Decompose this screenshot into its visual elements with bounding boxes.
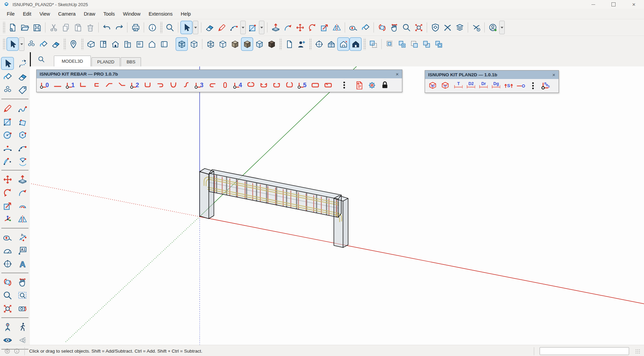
copy-button[interactable] (60, 21, 72, 34)
selection-overlap-button[interactable] (432, 37, 445, 51)
account-button-dropdown[interactable] (499, 21, 505, 34)
palette-zoom-extents-button[interactable] (1, 302, 14, 315)
flip-tool-button[interactable] (330, 21, 343, 34)
rebar-shape-3-button[interactable]: 3 (193, 79, 205, 91)
box-component-button[interactable] (134, 37, 146, 51)
palette-protractor-button[interactable] (1, 244, 14, 257)
palette-move-button[interactable] (1, 173, 14, 186)
palette-rotated-rect-button[interactable] (16, 115, 29, 128)
eraser-tool-button[interactable] (203, 21, 216, 34)
followme-tool-button[interactable] (282, 21, 294, 34)
arc-tool-button-dropdown[interactable] (240, 21, 246, 34)
plan2d-3d-view-button[interactable]: 3D (426, 80, 439, 92)
rebar-shape-stirrup-hook-button[interactable] (321, 79, 334, 91)
print-button[interactable] (129, 21, 142, 34)
menu-extensions[interactable]: Extensions (144, 11, 177, 17)
palette-rotate-button[interactable] (1, 186, 14, 199)
selection-notch-button[interactable] (420, 37, 432, 51)
rebar-shape-stirrup-open-button[interactable] (244, 79, 257, 91)
open-button[interactable] (19, 21, 31, 34)
rebar-shape-2-button[interactable]: 2 (128, 79, 141, 91)
components-button[interactable] (25, 37, 37, 51)
palette-line-button[interactable] (1, 102, 14, 115)
palette-freehand-button[interactable] (16, 102, 29, 115)
undo-button[interactable] (101, 21, 113, 34)
rotate-tool-button[interactable] (306, 21, 318, 34)
rebar-shape-4-button[interactable]: 4 (231, 79, 244, 91)
style-monochrome-button[interactable] (253, 37, 265, 51)
measurements-input[interactable] (540, 347, 629, 355)
palette-followme-button[interactable] (16, 186, 29, 199)
style-hidden-line-button[interactable] (217, 37, 229, 51)
palette-arc-button[interactable] (1, 141, 14, 154)
palette-scale-button[interactable] (1, 199, 14, 212)
solid-house-button[interactable] (349, 37, 362, 51)
layers-extension-button[interactable] (454, 21, 466, 34)
select-tool-button[interactable] (180, 21, 193, 34)
palette-arc2-button[interactable] (16, 141, 29, 154)
shape-tool-button-dropdown[interactable] (259, 21, 264, 34)
palette-components-button[interactable] (1, 83, 14, 96)
palette-select-button[interactable] (1, 57, 14, 70)
palette-axes-button[interactable] (1, 257, 14, 270)
geolocation-button[interactable] (67, 37, 79, 51)
save-button[interactable] (31, 21, 43, 34)
rebar-shape-v-button[interactable] (167, 79, 180, 91)
palette-look-around-button[interactable] (1, 334, 14, 347)
palette-lasso-button[interactable] (16, 57, 29, 70)
palette-zoom-button[interactable] (1, 289, 14, 302)
rebar-menu-kebab[interactable] (338, 79, 350, 91)
rebar-shape-c-button[interactable] (89, 79, 102, 91)
rebar-shape-u-hook45-button[interactable] (257, 79, 270, 91)
palette-rectangle-button[interactable] (1, 115, 14, 128)
add-collaborator-button[interactable] (295, 37, 307, 51)
zoom-tool-button[interactable] (400, 21, 412, 34)
menu-view[interactable]: View (35, 11, 54, 17)
style-back-edges-button[interactable] (188, 37, 200, 51)
resize-grip[interactable] (635, 349, 640, 354)
style-shaded-button[interactable] (229, 37, 241, 51)
warehouse-house-button[interactable] (85, 37, 97, 51)
plan2d-dim-s-button[interactable]: S (502, 80, 514, 92)
palette-position-camera-button[interactable] (1, 320, 14, 333)
palette-polygon-button[interactable] (16, 128, 29, 141)
scan-essentials-button[interactable] (441, 21, 454, 34)
menu-tools[interactable]: Tools (99, 11, 119, 17)
pushpull-tool-button[interactable] (269, 21, 282, 34)
plan2d-dim-dr-button[interactable]: Dr (477, 80, 489, 92)
rebar-shape-s-button[interactable] (180, 79, 193, 91)
plan2d-dim-dg-button[interactable]: Dg (489, 80, 502, 92)
rebar-panel-close-icon[interactable]: × (394, 71, 401, 77)
plan2d-kit-panel-header[interactable]: ISNUPNO KIT PLAN2D — 1.0.1b × (425, 71, 559, 79)
toolbar-grip[interactable] (81, 38, 83, 50)
rebar-shape-hook-rev-button[interactable] (205, 79, 218, 91)
rebar-report-button[interactable] (353, 79, 365, 91)
rebar-shape-u-button[interactable] (141, 79, 154, 91)
building-component-button[interactable] (121, 37, 134, 51)
palette-dimension-button[interactable] (16, 231, 29, 244)
extension-warehouse-button[interactable] (470, 21, 482, 34)
select-tool-button-dropdown[interactable] (193, 21, 198, 34)
frame-component-button[interactable] (158, 37, 170, 51)
reveal-house-button[interactable] (337, 37, 349, 51)
new-button[interactable] (6, 21, 19, 34)
select-tool-button-2-dropdown[interactable] (19, 37, 24, 51)
selection-pair-button[interactable] (367, 37, 379, 51)
new-page-button[interactable] (283, 37, 295, 51)
tab-model3d[interactable]: MODEL3D (54, 56, 91, 66)
search-scenes-icon[interactable] (38, 56, 45, 63)
palette-arc3-button[interactable] (1, 155, 14, 167)
plan2d-bbs-button[interactable]: BBS (539, 80, 552, 92)
menu-window[interactable]: Window (119, 11, 145, 17)
close-button[interactable]: ✕ (624, 0, 644, 9)
rebar-shape-stirrup-closed-button[interactable] (308, 79, 321, 91)
palette-fov-button[interactable] (16, 334, 29, 347)
search-button[interactable] (164, 21, 176, 34)
paste-button[interactable] (72, 21, 84, 34)
rebar-shape-5-button[interactable]: 5 (296, 79, 308, 91)
tab-bbs[interactable]: BBS (121, 57, 141, 66)
toolbar-grip[interactable] (309, 38, 311, 50)
rebar-shape-1-button[interactable]: 1 (64, 79, 77, 91)
delete-button[interactable] (84, 21, 96, 34)
shape-tool-button[interactable] (246, 21, 259, 34)
